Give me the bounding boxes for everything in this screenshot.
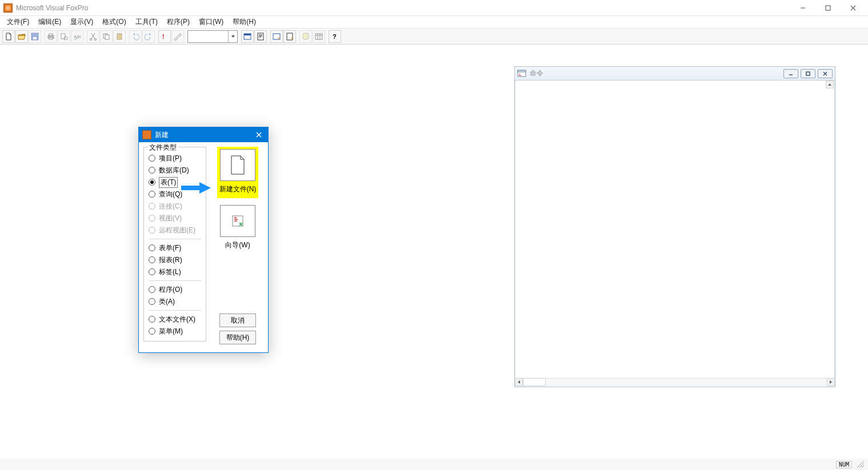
group-separator	[149, 239, 201, 239]
new-file-button[interactable]: 新建文件(N)	[217, 147, 258, 198]
chevron-down-icon	[228, 31, 237, 42]
hscroll-thumb[interactable]	[523, 378, 546, 386]
close-button[interactable]	[846, 1, 860, 15]
scroll-right-arrow-icon[interactable]	[827, 378, 835, 386]
file-type-option[interactable]: 项目(P)	[147, 152, 202, 164]
file-type-option[interactable]: 标签(L)	[147, 266, 202, 278]
menu-item[interactable]: 编辑(E)	[34, 16, 66, 28]
db-designer-icon	[302, 33, 310, 41]
file-type-label: 表(T)	[159, 177, 178, 188]
title-bar: Microsoft Visual FoxPro	[0, 0, 868, 16]
wizard-button[interactable]: 向导(W)	[217, 203, 258, 254]
svg-rect-20	[244, 34, 251, 35]
file-type-option[interactable]: 菜单(M)	[147, 326, 202, 337]
svg-point-13	[94, 38, 96, 40]
print-icon	[47, 33, 55, 41]
file-type-label: 表单(F)	[159, 243, 181, 253]
new-file-icon	[220, 149, 255, 181]
file-type-option[interactable]: 文本文件(X)	[147, 314, 202, 325]
svg-rect-1	[826, 6, 830, 10]
minimize-button[interactable]	[796, 1, 810, 15]
menu-item[interactable]: 显示(V)	[66, 16, 98, 28]
file-type-radio	[149, 227, 155, 234]
run-icon: !	[161, 33, 169, 41]
new-file-button[interactable]	[2, 30, 15, 43]
form-button[interactable]	[241, 30, 254, 43]
file-type-option: 远程视图(E)	[147, 224, 202, 236]
modify-button	[171, 30, 184, 43]
status-num-indicator: NUM	[836, 461, 852, 468]
command-window-close-button[interactable]	[818, 69, 833, 78]
new-dialog-close-button[interactable]	[253, 129, 265, 140]
redo-icon	[145, 33, 153, 41]
file-type-radio[interactable]	[149, 179, 155, 186]
svg-rect-17	[118, 33, 121, 34]
menu-bar: 文件(F)编辑(E)显示(V)格式(O)工具(T)程序(P)窗口(W)帮助(H)	[0, 16, 868, 29]
cancel-button[interactable]: 取消	[219, 314, 256, 327]
svg-text:ABC: ABC	[74, 34, 81, 39]
open-button[interactable]	[15, 30, 28, 43]
spell-check-button: ABC	[71, 30, 83, 43]
file-type-label: 视图(V)	[159, 214, 182, 223]
app-icon	[3, 3, 13, 13]
file-type-option[interactable]: 类(A)	[147, 296, 202, 307]
file-type-radio	[149, 203, 155, 210]
file-type-option[interactable]: 报表(R)	[147, 254, 202, 266]
file-type-radio[interactable]	[149, 268, 155, 275]
menu-item[interactable]: 程序(P)	[162, 16, 194, 28]
hscroll-track[interactable]	[546, 378, 827, 386]
maximize-button[interactable]	[821, 1, 835, 15]
menu-item[interactable]: 文件(F)	[2, 16, 34, 28]
paste-button	[113, 30, 126, 43]
file-type-radio[interactable]	[149, 286, 155, 293]
file-type-radio[interactable]	[149, 191, 155, 198]
command-window[interactable]: 命令	[514, 66, 835, 387]
group-separator	[149, 280, 201, 281]
help-button[interactable]: ?	[329, 30, 341, 43]
redo-button	[142, 30, 155, 43]
resize-grip-icon[interactable]	[857, 460, 865, 468]
autoreport-button[interactable]	[283, 30, 296, 43]
file-type-radio[interactable]	[149, 316, 155, 323]
command-window-maximize-button[interactable]	[801, 69, 815, 78]
command-window-titlebar[interactable]: 命令	[515, 67, 835, 81]
database-combo[interactable]	[187, 30, 238, 43]
paste-icon	[115, 33, 123, 41]
file-type-radio[interactable]	[149, 256, 155, 263]
command-window-minimize-button[interactable]	[783, 69, 798, 78]
autoform-button[interactable]	[270, 30, 283, 43]
menu-item[interactable]: 窗口(W)	[194, 16, 228, 28]
file-type-radio[interactable]	[149, 244, 155, 251]
file-type-radio[interactable]	[149, 167, 155, 174]
copy-icon	[102, 33, 110, 41]
svg-rect-21	[258, 33, 263, 40]
autoreport-icon	[286, 33, 294, 41]
scroll-left-arrow-icon[interactable]	[515, 378, 523, 386]
command-window-title: 命令	[530, 69, 543, 78]
file-type-radio[interactable]	[149, 155, 155, 162]
file-type-radio[interactable]	[149, 328, 155, 335]
new-dialog-titlebar[interactable]: 新建	[139, 127, 268, 142]
file-type-group: 文件类型 项目(P)数据库(D)表(T)查询(Q)连接(C)视图(V)远程视图(…	[143, 147, 206, 342]
command-window-scroll	[515, 377, 835, 387]
file-type-option[interactable]: 程序(O)	[147, 284, 202, 295]
menu-item[interactable]: 帮助(H)	[228, 16, 261, 28]
report-icon	[257, 33, 265, 41]
svg-rect-25	[315, 34, 322, 39]
file-type-option[interactable]: 数据库(D)	[147, 164, 202, 176]
help-button[interactable]: 帮助(H)	[219, 331, 256, 344]
menu-item[interactable]: 格式(O)	[98, 16, 130, 28]
file-type-option[interactable]: 表单(F)	[147, 242, 202, 254]
svg-point-12	[90, 38, 91, 40]
report-button[interactable]	[254, 30, 267, 43]
command-window-body[interactable]	[516, 81, 834, 377]
new-file-icon	[5, 33, 13, 41]
menu-item[interactable]: 工具(T)	[131, 16, 162, 28]
file-type-radio[interactable]	[149, 298, 155, 305]
help-button-label: 帮助(H)	[226, 333, 250, 343]
toolbar: ABC!?	[0, 29, 868, 45]
file-type-label: 远程视图(E)	[159, 226, 195, 235]
scroll-up-arrow-icon[interactable]	[826, 81, 834, 89]
run-button[interactable]: !	[158, 30, 171, 43]
svg-text:!: !	[162, 33, 165, 40]
